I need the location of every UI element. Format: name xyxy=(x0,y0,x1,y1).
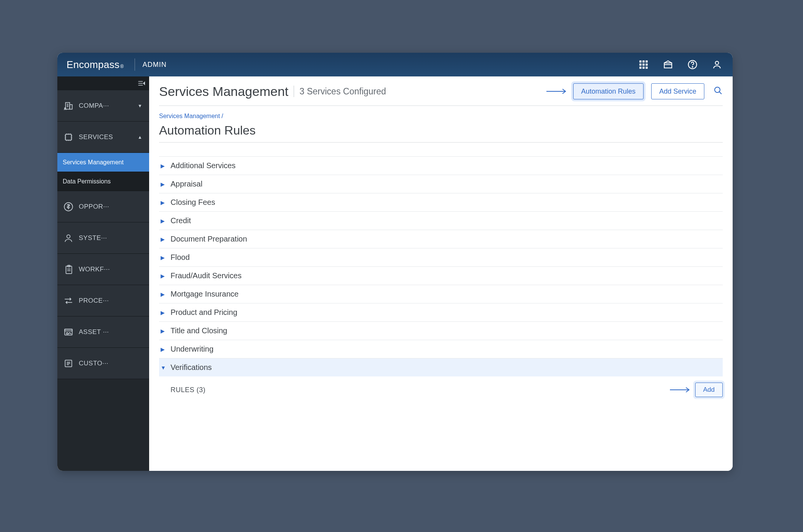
app-window: Encompass® ADMIN xyxy=(57,53,733,471)
breadcrumb: Services Management/ xyxy=(159,113,723,120)
sidebar-item-custom[interactable]: CUSTO··· xyxy=(57,348,149,379)
sidebar-item-services[interactable]: SERVICES ▲ xyxy=(57,122,149,153)
category-row[interactable]: ▶Additional Services xyxy=(159,156,723,175)
sidebar-item-company[interactable]: COMPA··· ▼ xyxy=(57,90,149,122)
opportunity-icon xyxy=(63,202,74,212)
topbar: Encompass® ADMIN xyxy=(57,53,733,76)
brand: Encompass® xyxy=(61,59,124,71)
category-row[interactable]: ▶Document Preparation xyxy=(159,230,723,248)
svg-rect-3 xyxy=(639,60,641,62)
category-row[interactable]: ▶Closing Fees xyxy=(159,193,723,211)
svg-point-50 xyxy=(67,332,68,334)
system-icon xyxy=(63,233,74,243)
sidebar-sub-data-permissions[interactable]: Data Permissions xyxy=(57,172,149,191)
workflow-icon xyxy=(63,264,74,274)
caret-right-icon: ▶ xyxy=(161,273,166,279)
rules-label: RULES (3) xyxy=(171,386,206,394)
category-row[interactable]: ▶Credit xyxy=(159,211,723,230)
breadcrumb-root[interactable]: Services Management xyxy=(159,113,220,119)
svg-rect-22 xyxy=(70,104,72,109)
title-divider xyxy=(294,86,294,97)
sidebar-item-label: WORKF··· xyxy=(79,266,144,273)
sidebar-item-system[interactable]: SYSTE··· xyxy=(57,222,149,254)
sidebar-item-process[interactable]: PROCE··· xyxy=(57,285,149,316)
svg-point-56 xyxy=(715,87,720,92)
svg-rect-9 xyxy=(639,66,641,68)
category-row[interactable]: ▶Appraisal xyxy=(159,175,723,193)
category-label: Closing Fees xyxy=(171,198,215,207)
category-row[interactable]: ▼Verifications xyxy=(159,358,723,376)
sidebar-collapse[interactable] xyxy=(57,76,149,90)
category-label: Credit xyxy=(171,216,191,225)
caret-right-icon: ▶ xyxy=(161,346,166,352)
sidebar-item-asset[interactable]: ASSET ··· xyxy=(57,316,149,348)
caret-right-icon: ▶ xyxy=(161,200,166,206)
automation-rules-button[interactable]: Automation Rules xyxy=(573,83,644,99)
rules-bar: RULES (3) Add xyxy=(159,376,723,397)
svg-rect-7 xyxy=(642,63,644,65)
sidebar-item-label: ASSET ··· xyxy=(79,328,144,336)
sidebar: COMPA··· ▼ SERVICES ▲ Services Managemen… xyxy=(57,76,149,471)
sidebar-item-label: SERVICES xyxy=(79,133,133,141)
admin-label: ADMIN xyxy=(143,61,167,69)
add-rule-button[interactable]: Add xyxy=(695,383,723,397)
category-label: Title and Closing xyxy=(171,326,227,335)
help-icon[interactable] xyxy=(687,59,698,70)
caret-right-icon: ▶ xyxy=(161,236,166,242)
svg-point-41 xyxy=(67,235,70,238)
svg-line-57 xyxy=(719,92,722,94)
category-row[interactable]: ▶Flood xyxy=(159,248,723,266)
sidebar-sub-services-management[interactable]: Services Management xyxy=(57,153,149,172)
svg-point-15 xyxy=(692,66,693,67)
caret-right-icon: ▶ xyxy=(161,310,166,316)
category-label: Verifications xyxy=(171,363,212,372)
svg-rect-10 xyxy=(642,66,644,68)
categories-list: ▶Additional Services▶Appraisal▶Closing F… xyxy=(159,156,723,376)
caret-right-icon: ▶ xyxy=(161,255,166,261)
sidebar-item-label: PROCE··· xyxy=(79,297,144,305)
svg-rect-49 xyxy=(65,329,72,331)
svg-point-16 xyxy=(715,61,719,65)
category-row[interactable]: ▶Title and Closing xyxy=(159,321,723,340)
hint-arrow-icon xyxy=(546,88,568,95)
category-label: Fraud/Audit Services xyxy=(171,271,242,280)
category-label: Additional Services xyxy=(171,161,236,170)
user-icon[interactable] xyxy=(711,59,723,70)
process-icon xyxy=(63,296,74,306)
svg-rect-5 xyxy=(645,60,647,62)
inbox-icon[interactable] xyxy=(662,59,674,70)
sidebar-item-label: OPPOR··· xyxy=(79,203,144,211)
page-title: Services Management xyxy=(159,84,288,99)
caret-right-icon: ▶ xyxy=(161,218,166,224)
sidebar-item-workflow[interactable]: WORKF··· xyxy=(57,254,149,285)
category-label: Mortgage Insurance xyxy=(171,290,239,298)
category-label: Document Preparation xyxy=(171,235,247,243)
sidebar-item-label: CUSTO··· xyxy=(79,360,144,367)
svg-rect-21 xyxy=(65,102,70,109)
topbar-divider xyxy=(135,58,135,71)
search-icon[interactable] xyxy=(714,86,723,97)
caret-right-icon: ▶ xyxy=(161,163,166,169)
caret-down-icon: ▼ xyxy=(161,365,166,371)
add-service-button[interactable]: Add Service xyxy=(651,83,704,99)
sidebar-item-opportunity[interactable]: OPPOR··· xyxy=(57,191,149,222)
category-row[interactable]: ▶Underwriting xyxy=(159,340,723,358)
hint-arrow-icon xyxy=(669,386,691,393)
svg-rect-8 xyxy=(645,63,647,65)
category-row[interactable]: ▶Fraud/Audit Services xyxy=(159,266,723,285)
apps-icon[interactable] xyxy=(638,59,649,70)
svg-rect-12 xyxy=(664,63,672,68)
category-label: Flood xyxy=(171,253,190,262)
sidebar-item-label: SYSTE··· xyxy=(79,234,144,242)
svg-rect-11 xyxy=(645,66,647,68)
asset-icon xyxy=(63,327,74,337)
brand-name: Encompass® xyxy=(67,59,124,71)
category-row[interactable]: ▶Product and Pricing xyxy=(159,303,723,321)
main-content: Services Management 3 Services Configure… xyxy=(149,76,733,471)
svg-marker-20 xyxy=(143,82,145,84)
company-icon xyxy=(63,101,74,111)
svg-rect-6 xyxy=(639,63,641,65)
caret-right-icon: ▶ xyxy=(161,291,166,297)
category-row[interactable]: ▶Mortgage Insurance xyxy=(159,285,723,303)
category-label: Underwriting xyxy=(171,345,213,354)
